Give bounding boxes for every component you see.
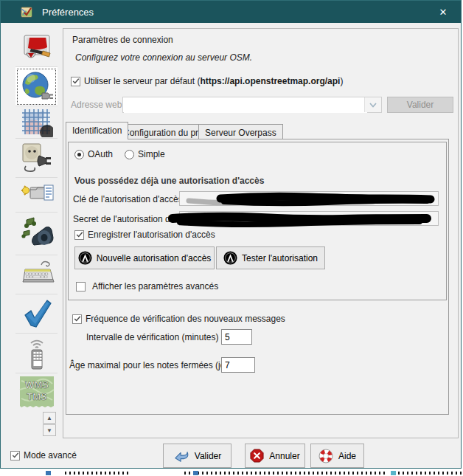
map-fragment (391, 471, 396, 475)
save-authorization-label: Enregistrer l'autorisation d'accès (88, 230, 215, 240)
simple-radio[interactable]: Simple (125, 149, 165, 159)
oauth-radio[interactable]: OAuth (74, 149, 113, 159)
check-icon (72, 77, 80, 85)
advanced-mode-label: Mode avancé (24, 450, 77, 461)
address-label: Adresse web : (71, 100, 127, 110)
preferences-dialog: Préférences ✕ (0, 0, 462, 469)
help-button[interactable]: Aide (310, 444, 364, 468)
sidebar-item-shortcuts[interactable] (15, 255, 58, 294)
notes-age-label: Âge maximal pour les notes fermées (jour… (69, 360, 246, 370)
checkbox-box[interactable] (74, 230, 84, 240)
map-dash-pattern (398, 472, 463, 475)
default-server-url: https://api.openstreetmap.org/api (200, 76, 340, 86)
show-advanced-parameters-label: Afficher les paramètres avancés (92, 281, 218, 292)
address-input[interactable] (124, 98, 367, 113)
new-authorization-label: Nouvelle autorisation d'accès (97, 253, 212, 263)
combo-dropdown-button[interactable] (364, 97, 381, 112)
address-combobox[interactable] (122, 97, 382, 113)
test-authorization-button[interactable]: Tester l'autorisation (216, 246, 325, 269)
help-lifebuoy-icon (318, 449, 333, 463)
ok-button[interactable]: Valider (163, 444, 232, 468)
sidebar-item-plugins[interactable] (15, 139, 58, 178)
new-authorization-button[interactable]: Nouvelle autorisation d'accès (74, 246, 215, 269)
use-default-server-checkbox[interactable]: Utiliser le serveur par défaut (https://… (71, 76, 343, 86)
imagery-icon-label-tms: TMS (27, 391, 47, 402)
test-authorization-label: Tester l'autorisation (242, 253, 318, 263)
checkbox-box[interactable] (10, 451, 20, 461)
interval-label: Intervalle de vérification (minutes) : (86, 332, 223, 342)
show-advanced-parameters-checkbox[interactable]: Afficher les paramètres avancés (76, 281, 218, 292)
osm-connection-icon (20, 69, 54, 103)
oauth-logo-icon (78, 251, 92, 265)
checkbox-box[interactable] (76, 282, 86, 292)
chevron-down-icon (369, 103, 377, 108)
access-secret-redaction (180, 212, 439, 227)
sidebar-item-toolbar[interactable] (15, 178, 58, 213)
help-button-label: Aide (338, 451, 356, 461)
interval-input[interactable] (221, 329, 252, 345)
map-dash-pattern (65, 472, 130, 475)
check-icon (12, 452, 19, 459)
ok-arrow-icon (173, 449, 189, 463)
imagery-icon-label-wms: WMS (25, 379, 49, 390)
sidebar-item-remote-control[interactable] (15, 334, 58, 373)
background-window-strip (0, 470, 463, 476)
radio-selected-icon[interactable] (74, 150, 84, 159)
access-key-redaction (180, 192, 439, 207)
page-subtitle: Configurez votre connexion au serveur OS… (75, 52, 252, 63)
oauth-groupbox: OAuth Simple Vous possédez déjà une auto… (68, 142, 447, 300)
simple-radio-label: Simple (138, 149, 165, 159)
map-fragment (46, 471, 51, 475)
sidebar-scroll-up-button[interactable]: ▲ (43, 412, 56, 424)
use-default-server-label: Utiliser le serveur par défaut (https://… (84, 76, 343, 86)
remote-control-icon (22, 336, 52, 371)
authorization-heading: Vous possédez déjà une autorisation d'ac… (74, 176, 264, 186)
identification-tab-panel: OAuth Simple Vous possédez déjà une auto… (66, 139, 449, 415)
titlebar: Préférences ✕ (1, 1, 461, 23)
tab-overpass-server[interactable]: Serveur Overpass (198, 124, 283, 139)
window-title: Préférences (42, 7, 94, 18)
check-icon (76, 231, 83, 238)
message-frequency-label: Fréquence de vérification des nouveaux m… (86, 314, 285, 324)
display-settings-icon (21, 32, 53, 65)
access-key-field[interactable] (179, 191, 439, 206)
sidebar-item-map-projection[interactable] (15, 106, 58, 139)
radio-unselected-icon[interactable] (125, 150, 134, 159)
cancel-button[interactable]: Annuler (245, 444, 305, 468)
oauth-radio-label: OAuth (88, 149, 113, 159)
save-authorization-checkbox[interactable]: Enregistrer l'autorisation d'accès (74, 230, 215, 240)
checkbox-box[interactable] (71, 77, 80, 86)
checkbox-box[interactable] (72, 314, 82, 324)
access-key-label: Clé de l'autorisation d'accès : (73, 194, 187, 204)
sidebar-item-display[interactable] (15, 30, 58, 67)
advanced-mode-checkbox[interactable]: Mode avancé (10, 450, 77, 461)
message-frequency-checkbox[interactable]: Fréquence de vérification des nouveaux m… (72, 314, 285, 324)
close-button[interactable]: ✕ (428, 1, 458, 23)
tab-identification[interactable]: Identification (66, 122, 128, 139)
josm-logo-icon (21, 6, 33, 18)
check-icon (74, 315, 81, 322)
notes-age-input[interactable] (221, 357, 255, 373)
imagery-icon: WMS TMS (18, 375, 55, 409)
keyboard-shortcuts-icon (19, 258, 55, 292)
ok-button-label: Valider (195, 451, 221, 461)
toolbar-icon (19, 180, 55, 210)
map-dash-pattern (184, 472, 385, 475)
access-secret-field[interactable] (179, 211, 439, 226)
address-validate-button[interactable]: Valider (387, 97, 453, 113)
map-fragment (193, 471, 198, 475)
plugins-icon (20, 141, 54, 175)
map-projection-icon (21, 108, 53, 137)
sidebar-item-connection[interactable] (15, 67, 58, 106)
audio-icon (19, 215, 55, 252)
oauth-logo-icon (223, 251, 237, 265)
sidebar-item-audio[interactable] (15, 213, 58, 255)
cancel-stop-icon (250, 449, 264, 463)
connection-settings-panel: Paramètres de connexion Configurez votre… (63, 28, 459, 438)
sidebar-item-validator[interactable] (15, 294, 58, 334)
cancel-button-label: Annuler (269, 451, 299, 461)
sidebar-item-imagery[interactable]: WMS TMS (15, 373, 58, 410)
page-title: Paramètres de connexion (72, 35, 173, 45)
validator-icon (21, 297, 53, 330)
sidebar-scroll-down-button[interactable]: ▼ (43, 424, 56, 436)
